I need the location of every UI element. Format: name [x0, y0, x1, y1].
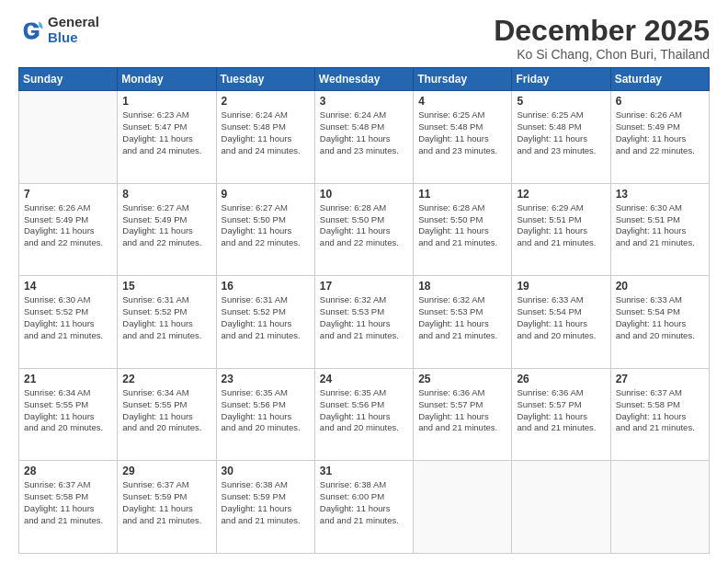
day-info: Sunrise: 6:23 AMSunset: 5:47 PMDaylight:… — [122, 109, 210, 156]
day-info: Sunrise: 6:37 AMSunset: 5:58 PMDaylight:… — [24, 479, 112, 526]
calendar-week-4: 28Sunrise: 6:37 AMSunset: 5:58 PMDayligh… — [19, 461, 710, 554]
day-info: Sunrise: 6:31 AMSunset: 5:52 PMDaylight:… — [122, 294, 210, 341]
day-number: 1 — [122, 95, 210, 108]
day-info: Sunrise: 6:37 AMSunset: 5:58 PMDaylight:… — [616, 387, 704, 434]
day-number: 22 — [122, 373, 210, 385]
day-info: Sunrise: 6:35 AMSunset: 5:56 PMDaylight:… — [222, 387, 310, 434]
calendar-cell: 21Sunrise: 6:34 AMSunset: 5:55 PMDayligh… — [19, 368, 118, 461]
calendar-cell: 27Sunrise: 6:37 AMSunset: 5:58 PMDayligh… — [610, 368, 709, 461]
day-info: Sunrise: 6:28 AMSunset: 5:50 PMDaylight:… — [320, 202, 408, 249]
col-tuesday: Tuesday — [216, 68, 314, 91]
day-info: Sunrise: 6:27 AMSunset: 5:50 PMDaylight:… — [222, 202, 310, 249]
day-number: 8 — [122, 188, 210, 201]
calendar-cell: 7Sunrise: 6:26 AMSunset: 5:49 PMDaylight… — [19, 183, 118, 276]
calendar-cell: 30Sunrise: 6:38 AMSunset: 5:59 PMDayligh… — [216, 461, 314, 554]
calendar-cell: 13Sunrise: 6:30 AMSunset: 5:51 PMDayligh… — [610, 183, 709, 276]
col-friday: Friday — [512, 68, 610, 91]
day-number: 12 — [517, 188, 605, 201]
calendar-cell: 8Sunrise: 6:27 AMSunset: 5:49 PMDaylight… — [118, 183, 216, 276]
page: General Blue December 2025 Ko Si Chang, … — [0, 0, 728, 563]
day-info: Sunrise: 6:38 AMSunset: 6:00 PMDaylight:… — [320, 479, 408, 526]
calendar-cell — [610, 461, 709, 554]
calendar-cell: 2Sunrise: 6:24 AMSunset: 5:48 PMDaylight… — [216, 91, 314, 184]
day-number: 25 — [418, 373, 506, 385]
calendar-cell — [512, 461, 610, 554]
day-number: 27 — [616, 373, 704, 385]
day-number: 14 — [24, 280, 112, 293]
calendar-week-3: 21Sunrise: 6:34 AMSunset: 5:55 PMDayligh… — [19, 368, 710, 461]
day-info: Sunrise: 6:36 AMSunset: 5:57 PMDaylight:… — [517, 387, 605, 434]
calendar-week-2: 14Sunrise: 6:30 AMSunset: 5:52 PMDayligh… — [19, 276, 710, 369]
calendar-cell: 17Sunrise: 6:32 AMSunset: 5:53 PMDayligh… — [314, 276, 413, 369]
day-number: 21 — [24, 373, 112, 385]
calendar-cell: 12Sunrise: 6:29 AMSunset: 5:51 PMDayligh… — [512, 183, 610, 276]
day-number: 17 — [320, 280, 408, 293]
calendar-cell: 10Sunrise: 6:28 AMSunset: 5:50 PMDayligh… — [314, 183, 413, 276]
logo: General Blue — [18, 15, 99, 45]
day-number: 15 — [122, 280, 210, 293]
calendar-cell: 1Sunrise: 6:23 AMSunset: 5:47 PMDaylight… — [118, 91, 216, 184]
day-number: 2 — [222, 95, 310, 108]
day-info: Sunrise: 6:36 AMSunset: 5:57 PMDaylight:… — [418, 387, 506, 434]
day-number: 30 — [222, 465, 310, 477]
calendar-cell — [414, 461, 512, 554]
col-saturday: Saturday — [610, 68, 709, 91]
calendar-header-row: Sunday Monday Tuesday Wednesday Thursday… — [19, 68, 710, 91]
day-number: 31 — [320, 465, 408, 477]
day-info: Sunrise: 6:34 AMSunset: 5:55 PMDaylight:… — [122, 387, 210, 434]
month-title: December 2025 — [494, 15, 710, 47]
calendar-cell: 4Sunrise: 6:25 AMSunset: 5:48 PMDaylight… — [414, 91, 512, 184]
calendar-cell: 9Sunrise: 6:27 AMSunset: 5:50 PMDaylight… — [216, 183, 314, 276]
calendar-cell: 5Sunrise: 6:25 AMSunset: 5:48 PMDaylight… — [512, 91, 610, 184]
calendar-cell: 16Sunrise: 6:31 AMSunset: 5:52 PMDayligh… — [216, 276, 314, 369]
day-number: 26 — [517, 373, 605, 385]
day-info: Sunrise: 6:30 AMSunset: 5:52 PMDaylight:… — [24, 294, 112, 341]
day-number: 18 — [418, 280, 506, 293]
day-info: Sunrise: 6:34 AMSunset: 5:55 PMDaylight:… — [24, 387, 112, 434]
calendar-cell: 28Sunrise: 6:37 AMSunset: 5:58 PMDayligh… — [19, 461, 118, 554]
logo-blue-text: Blue — [48, 30, 99, 46]
day-info: Sunrise: 6:37 AMSunset: 5:59 PMDaylight:… — [122, 479, 210, 526]
calendar-cell: 3Sunrise: 6:24 AMSunset: 5:48 PMDaylight… — [314, 91, 413, 184]
day-number: 19 — [517, 280, 605, 293]
calendar-cell: 11Sunrise: 6:28 AMSunset: 5:50 PMDayligh… — [414, 183, 512, 276]
day-number: 28 — [24, 465, 112, 477]
logo-text: General Blue — [48, 15, 99, 45]
calendar-cell — [19, 91, 118, 184]
calendar-cell: 25Sunrise: 6:36 AMSunset: 5:57 PMDayligh… — [414, 368, 512, 461]
calendar-cell: 6Sunrise: 6:26 AMSunset: 5:49 PMDaylight… — [610, 91, 709, 184]
calendar-cell: 14Sunrise: 6:30 AMSunset: 5:52 PMDayligh… — [19, 276, 118, 369]
calendar-cell: 19Sunrise: 6:33 AMSunset: 5:54 PMDayligh… — [512, 276, 610, 369]
title-block: December 2025 Ko Si Chang, Chon Buri, Th… — [494, 15, 710, 62]
day-info: Sunrise: 6:25 AMSunset: 5:48 PMDaylight:… — [418, 109, 506, 156]
day-number: 29 — [122, 465, 210, 477]
location: Ko Si Chang, Chon Buri, Thailand — [494, 47, 710, 62]
day-info: Sunrise: 6:27 AMSunset: 5:49 PMDaylight:… — [122, 202, 210, 249]
day-number: 7 — [24, 188, 112, 201]
day-info: Sunrise: 6:33 AMSunset: 5:54 PMDaylight:… — [616, 294, 704, 341]
col-sunday: Sunday — [19, 68, 118, 91]
day-info: Sunrise: 6:26 AMSunset: 5:49 PMDaylight:… — [616, 109, 704, 156]
day-info: Sunrise: 6:31 AMSunset: 5:52 PMDaylight:… — [222, 294, 310, 341]
day-info: Sunrise: 6:33 AMSunset: 5:54 PMDaylight:… — [517, 294, 605, 341]
day-number: 11 — [418, 188, 506, 201]
calendar-cell: 18Sunrise: 6:32 AMSunset: 5:53 PMDayligh… — [414, 276, 512, 369]
day-info: Sunrise: 6:26 AMSunset: 5:49 PMDaylight:… — [24, 202, 112, 249]
calendar-cell: 22Sunrise: 6:34 AMSunset: 5:55 PMDayligh… — [118, 368, 216, 461]
day-info: Sunrise: 6:24 AMSunset: 5:48 PMDaylight:… — [222, 109, 310, 156]
calendar-cell: 26Sunrise: 6:36 AMSunset: 5:57 PMDayligh… — [512, 368, 610, 461]
calendar-cell: 20Sunrise: 6:33 AMSunset: 5:54 PMDayligh… — [610, 276, 709, 369]
day-number: 9 — [222, 188, 310, 201]
day-info: Sunrise: 6:30 AMSunset: 5:51 PMDaylight:… — [616, 202, 704, 249]
col-thursday: Thursday — [414, 68, 512, 91]
col-wednesday: Wednesday — [314, 68, 413, 91]
logo-general-text: General — [48, 15, 99, 30]
calendar-cell: 29Sunrise: 6:37 AMSunset: 5:59 PMDayligh… — [118, 461, 216, 554]
day-number: 3 — [320, 95, 408, 108]
day-info: Sunrise: 6:29 AMSunset: 5:51 PMDaylight:… — [517, 202, 605, 249]
day-info: Sunrise: 6:32 AMSunset: 5:53 PMDaylight:… — [320, 294, 408, 341]
day-info: Sunrise: 6:24 AMSunset: 5:48 PMDaylight:… — [320, 109, 408, 156]
day-number: 10 — [320, 188, 408, 201]
day-number: 20 — [616, 280, 704, 293]
calendar-cell: 24Sunrise: 6:35 AMSunset: 5:56 PMDayligh… — [314, 368, 413, 461]
